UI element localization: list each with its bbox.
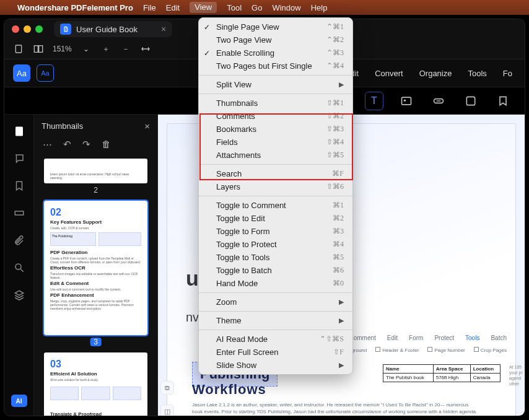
rotate-left-icon[interactable]: ↶ bbox=[63, 139, 71, 150]
menu-search[interactable]: Search⌘F bbox=[199, 167, 352, 180]
menu-zoom[interactable]: Zoom▶ bbox=[199, 295, 352, 308]
thumb-sub: All-in-one solution for work & study. bbox=[50, 378, 141, 382]
zoom-out-icon[interactable]: － bbox=[120, 43, 131, 55]
menu-tool[interactable]: Tool bbox=[227, 3, 242, 12]
subtab-edit[interactable]: Edit bbox=[387, 335, 398, 341]
link-tool-icon[interactable] bbox=[429, 92, 448, 110]
thumb-section-text: Merge, crop, organize pages, and compres… bbox=[50, 299, 141, 310]
thumb-heading: Efficient AI Solution bbox=[50, 371, 141, 377]
comments-icon[interactable] bbox=[12, 152, 26, 165]
page-number: 3 bbox=[90, 338, 102, 346]
app-name: Wondershare PDFelement Pro bbox=[17, 3, 133, 12]
text-edit-icon[interactable]: Aa bbox=[13, 64, 30, 82]
svg-rect-3 bbox=[402, 97, 411, 105]
tab-tools[interactable]: Tools bbox=[468, 69, 486, 78]
tab-convert[interactable]: Convert bbox=[375, 69, 403, 78]
thumb-section-title: PDF Enhancement bbox=[50, 292, 141, 298]
menu-split-view[interactable]: Split View▶ bbox=[199, 78, 352, 91]
menu-toggle-form[interactable]: Toggle to Form⌘3 bbox=[199, 225, 352, 238]
menu-comments[interactable]: Comments⇧⌘2 bbox=[199, 110, 352, 123]
menu-full-screen[interactable]: Enter Full Screen⇧F bbox=[199, 346, 352, 359]
thumb-big-number: 03 bbox=[50, 359, 141, 370]
more-tools-icon[interactable] bbox=[494, 92, 512, 110]
menu-hand-mode[interactable]: Hand Mode⌘0 bbox=[199, 277, 352, 290]
ai-badge[interactable]: AI bbox=[11, 395, 27, 407]
single-page-icon[interactable] bbox=[13, 43, 24, 55]
menu-bookmarks[interactable]: Bookmarks⇧⌘3 bbox=[199, 123, 352, 136]
sample-table: NameArea SpaceLocation The Publish book5… bbox=[383, 364, 501, 382]
image-tool-icon[interactable] bbox=[397, 92, 416, 110]
maximize-window-icon[interactable] bbox=[35, 25, 43, 33]
subtab-protect[interactable]: Protect bbox=[434, 335, 454, 341]
thumbnail-page-2[interactable]: lorem ipsum dolor sit amet consectetur. … bbox=[44, 159, 147, 183]
thumbnail-page-4[interactable]: 03 Efficient AI Solution All-in-one solu… bbox=[44, 352, 147, 416]
delete-page-icon[interactable]: 🗑 bbox=[102, 139, 111, 150]
menu-thumbnails[interactable]: Thumbnails⇧⌘1 bbox=[199, 97, 352, 110]
subtab-tools[interactable]: Tools bbox=[465, 335, 479, 341]
text-tool-icon[interactable]: T bbox=[365, 92, 383, 110]
menu-toggle-batch[interactable]: Toggle to Batch⌘6 bbox=[199, 264, 352, 277]
thumb-box bbox=[81, 387, 110, 400]
thumb-box bbox=[98, 232, 142, 246]
zoom-in-icon[interactable]: ＋ bbox=[100, 43, 111, 55]
float-copy-icon[interactable]: ⧉ bbox=[160, 381, 174, 395]
menu-single-page-view[interactable]: ✓Single Page View⌃⌘1 bbox=[199, 20, 352, 33]
menu-two-page-view[interactable]: Two Page View⌃⌘2 bbox=[199, 33, 352, 46]
two-page-icon[interactable] bbox=[33, 43, 44, 55]
menu-view[interactable]: View bbox=[190, 2, 217, 13]
search-icon[interactable] bbox=[12, 261, 26, 274]
tab-form[interactable]: Fo bbox=[503, 69, 512, 78]
menu-enable-scrolling[interactable]: ✓Enable Scrolling⌃⌘3 bbox=[199, 46, 352, 59]
thumb-section-text: Create a PDF from scratch, upload from t… bbox=[50, 256, 141, 264]
rotate-right-icon[interactable]: ↷ bbox=[82, 139, 90, 150]
minimize-window-icon[interactable] bbox=[24, 25, 31, 33]
menu-toggle-tools[interactable]: Toggle to Tools⌘5 bbox=[199, 251, 352, 264]
tab-organize[interactable]: Organize bbox=[419, 69, 452, 78]
menu-go[interactable]: Go bbox=[251, 3, 262, 12]
close-tab-icon[interactable]: × bbox=[161, 24, 166, 34]
traffic-lights[interactable] bbox=[12, 25, 43, 33]
svg-point-10 bbox=[15, 264, 21, 269]
float-compare-icon[interactable]: ◫ bbox=[160, 405, 174, 416]
menu-edit[interactable]: Edit bbox=[166, 3, 180, 12]
tab-title: User Guide Book bbox=[76, 25, 138, 34]
thumb-section-title: Translate & Proofread bbox=[50, 411, 141, 416]
menu-fields[interactable]: Fields⇧⌘4 bbox=[199, 136, 352, 149]
ribbon-crop: Crop Pages bbox=[474, 347, 507, 353]
fit-width-icon[interactable] bbox=[140, 43, 151, 55]
subtab-form[interactable]: Form bbox=[409, 335, 423, 341]
menu-attachments[interactable]: Attachments⇧⌘5 bbox=[199, 149, 352, 162]
text-box-icon[interactable]: Aa bbox=[37, 64, 54, 82]
menu-toggle-comment[interactable]: Toggle to Comment⌘1 bbox=[199, 199, 352, 212]
menu-ai-read-mode[interactable]: AI Read Mode⌃⇧⌘S bbox=[199, 333, 352, 346]
thumb-sub: Create, edit, OCR & convert. bbox=[50, 226, 141, 230]
subtab-batch[interactable]: Batch bbox=[491, 335, 507, 341]
menu-theme[interactable]: Theme▶ bbox=[199, 314, 352, 327]
document-tab[interactable]: User Guide Book × bbox=[54, 21, 172, 37]
chevron-down-icon[interactable]: ⌄ bbox=[81, 43, 92, 55]
view-dropdown-menu: ✓Single Page View⌃⌘1 Two Page View⌃⌘2 ✓E… bbox=[198, 17, 353, 375]
zoom-value[interactable]: 151% bbox=[53, 45, 72, 53]
menu-file[interactable]: File bbox=[143, 3, 156, 12]
close-panel-icon[interactable]: × bbox=[144, 121, 150, 131]
thumb-section-text: Use edit tool or comment tool to modify … bbox=[50, 287, 141, 291]
fields-icon[interactable] bbox=[12, 206, 26, 220]
menu-slide-show[interactable]: Slide Show▶ bbox=[199, 359, 352, 372]
menu-toggle-edit[interactable]: Toggle to Edit⌘2 bbox=[199, 212, 352, 225]
pdf-doc-icon bbox=[60, 24, 71, 35]
layers-icon[interactable] bbox=[12, 288, 26, 302]
thumbnails-icon[interactable] bbox=[12, 125, 26, 138]
menu-help[interactable]: Help bbox=[311, 3, 328, 12]
close-window-icon[interactable] bbox=[12, 25, 19, 33]
bookmarks-icon[interactable] bbox=[12, 179, 26, 193]
menu-toggle-protect[interactable]: Toggle to Protect⌘4 bbox=[199, 238, 352, 251]
svg-rect-9 bbox=[15, 211, 24, 215]
menu-layers[interactable]: Layers⇧⌘6 bbox=[199, 180, 352, 193]
menu-window[interactable]: Window bbox=[272, 3, 300, 12]
shape-tool-icon[interactable] bbox=[461, 92, 480, 110]
thumb-section-title: PDF Generation bbox=[50, 250, 141, 255]
attachments-icon[interactable] bbox=[12, 234, 26, 247]
menu-two-pages-first-single[interactable]: Two Pages but First Single⌃⌘4 bbox=[199, 59, 352, 72]
thumbnail-page-3[interactable]: 02 Key Features Support Create, edit, OC… bbox=[44, 201, 147, 335]
thumb-options-icon[interactable]: ⋯ bbox=[43, 139, 52, 150]
